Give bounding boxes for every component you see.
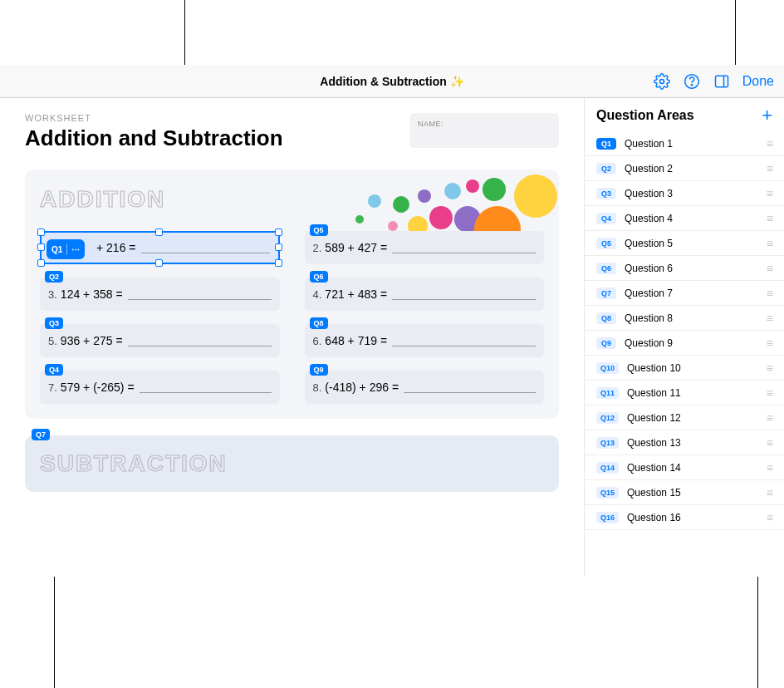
selection-badge[interactable]: Q1 ⋯ [47,239,85,259]
sidebar-item[interactable]: Q12Question 12≡ [585,405,784,430]
done-button[interactable]: Done [742,74,774,89]
sidebar-item[interactable]: Q1Question 1≡ [585,131,784,156]
drag-handle-icon[interactable]: ≡ [767,511,772,524]
sidebar-item-label: Question 1 [625,138,758,150]
drag-handle-icon[interactable]: ≡ [767,411,772,425]
question-badge: Q14 [596,462,619,474]
sidebar-item-label: Question 10 [627,362,758,374]
addition-heading: ADDITION [40,186,544,213]
drag-handle-icon[interactable]: ≡ [767,386,772,400]
worksheet-canvas[interactable]: WORKSHEET Addition and Subtraction NAME:… [0,98,585,577]
question-area-selected[interactable]: Q1 ⋯ + 216 = [40,231,280,264]
sidebar-item-label: Question 4 [625,213,758,224]
answer-line [404,381,536,393]
question-area[interactable]: Q2 3. 124 + 358 = [40,278,280,311]
question-tag: Q9 [310,364,328,376]
question-badge: Q5 [596,238,616,249]
sidebar-item[interactable]: Q16Question 16≡ [585,505,784,530]
sidebar-item[interactable]: Q2Question 2≡ [585,156,784,181]
sidebar-item[interactable]: Q4Question 4≡ [585,206,784,231]
question-area[interactable]: Q3 5. 936 + 275 = [40,324,280,357]
question-badge: Q1 [596,138,616,150]
sidebar-item-label: Question 15 [627,487,758,499]
question-tag: Q5 [310,224,328,236]
sidebar-item-label: Question 9 [625,337,758,349]
question-area[interactable]: Q8 6. 648 + 719 = [305,324,545,357]
svg-rect-3 [715,76,728,86]
drag-handle-icon[interactable]: ≡ [767,461,772,474]
drag-handle-icon[interactable]: ≡ [767,212,772,225]
resize-handle[interactable] [275,259,282,267]
resize-handle[interactable] [37,259,45,267]
svg-point-5 [355,215,364,224]
sidebar-item-label: Question 16 [627,512,758,523]
resize-handle[interactable] [37,243,45,251]
question-badge: Q10 [596,362,619,374]
question-badge: Q11 [596,387,619,399]
sidebar-item[interactable]: Q10Question 10≡ [585,356,784,381]
resize-handle[interactable] [155,259,163,267]
answer-line [392,242,536,253]
question-number: 5. [48,335,57,347]
question-area[interactable]: Q6 4. 721 + 483 = [305,278,545,311]
sidebar-item[interactable]: Q15Question 15≡ [585,480,784,505]
sidebar-toggle-icon[interactable] [713,72,731,91]
sidebar-item[interactable]: Q11Question 11≡ [585,381,784,405]
question-number: 8. [313,381,322,394]
question-badge: Q12 [596,412,619,424]
drag-handle-icon[interactable]: ≡ [767,287,772,300]
document-title: Addition & Subtraction ✨ [320,75,463,88]
sidebar-item[interactable]: Q14Question 14≡ [585,455,784,480]
question-tag: Q8 [310,317,328,329]
sidebar-item[interactable]: Q8Question 8≡ [585,306,784,331]
sidebar-item[interactable]: Q3Question 3≡ [585,181,784,206]
drag-handle-icon[interactable]: ≡ [767,436,772,450]
sidebar-item[interactable]: Q5Question 5≡ [585,231,784,256]
settings-icon[interactable] [653,72,671,91]
name-label: NAME: [418,120,443,128]
callout-line [184,0,185,65]
question-number: 6. [313,335,322,347]
drag-handle-icon[interactable]: ≡ [767,137,772,150]
question-area[interactable]: Q5 2. 589 + 427 = [305,231,545,264]
drag-handle-icon[interactable]: ≡ [767,312,772,325]
sidebar-item[interactable]: Q9Question 9≡ [585,331,784,356]
question-area[interactable]: Q9 8. (-418) + 296 = [305,371,545,404]
drag-handle-icon[interactable]: ≡ [767,337,772,350]
help-icon[interactable] [683,72,701,91]
svg-point-0 [659,79,664,83]
more-icon[interactable]: ⋯ [71,245,80,254]
question-badge: Q13 [596,437,619,449]
name-field[interactable]: NAME: [409,113,559,148]
question-badge: Q15 [596,487,619,499]
question-number: 3. [48,288,57,301]
resize-handle[interactable] [155,229,163,236]
sidebar-item-label: Question 3 [625,188,758,199]
question-badge: Q2 [596,163,616,174]
sidebar-item[interactable]: Q6Question 6≡ [585,256,784,281]
question-number: 7. [48,381,57,394]
callout-line [54,577,55,688]
question-area[interactable]: Q4 7. 579 + (-265) = [40,371,280,404]
drag-handle-icon[interactable]: ≡ [767,361,772,375]
question-badge: Q7 [596,287,616,299]
drag-handle-icon[interactable]: ≡ [767,486,772,499]
sidebar-item-label: Question 12 [627,412,758,424]
drag-handle-icon[interactable]: ≡ [767,162,772,175]
drag-handle-icon[interactable]: ≡ [767,187,772,200]
sidebar-item[interactable]: Q13Question 13≡ [585,430,784,455]
question-tag: Q2 [45,271,63,283]
question-tag: Q4 [45,364,63,376]
subtraction-section[interactable]: Q7 SUBTRACTION [25,435,559,492]
question-expression: 721 + 483 = [325,287,387,301]
question-badge: Q3 [596,188,616,199]
resize-handle[interactable] [37,229,45,236]
drag-handle-icon[interactable]: ≡ [767,262,772,275]
resize-handle[interactable] [275,243,282,251]
add-question-button[interactable]: + [762,108,772,123]
svg-point-2 [691,84,692,85]
drag-handle-icon[interactable]: ≡ [767,237,772,250]
question-number: 4. [313,288,322,301]
sidebar-item[interactable]: Q7Question 7≡ [585,281,784,306]
resize-handle[interactable] [275,229,282,236]
